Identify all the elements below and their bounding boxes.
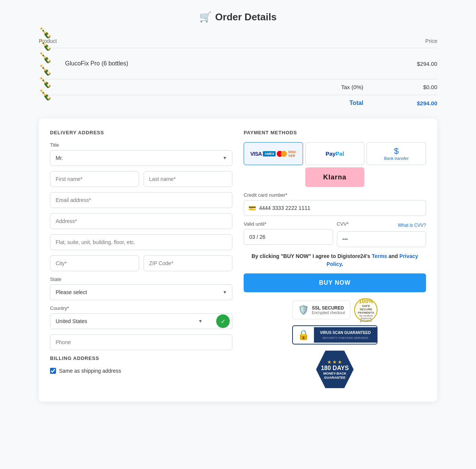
cvv-label: CVV* <box>337 221 349 227</box>
product-thumbnail: 🍾🍾🍾🍾🍾🍾 <box>39 54 60 73</box>
cart-icon: 🛒 <box>199 11 211 23</box>
guarantee-line2: MONEY-BACK <box>323 372 347 376</box>
cc-number-input[interactable] <box>259 200 421 216</box>
ssl-shield-icon: 🛡️ <box>298 305 309 315</box>
expiry-cvv-row: Valid until* CVV* What is CVV? <box>244 221 426 247</box>
valid-until-label: Valid until* <box>244 221 333 227</box>
email-input[interactable] <box>50 192 232 208</box>
valid-until-input[interactable] <box>244 229 333 245</box>
same-as-shipping-checkbox[interactable] <box>50 368 56 374</box>
product-name: GlucoFix Pro (6 bottles) <box>65 60 128 67</box>
product-price: $294.00 <box>363 48 437 79</box>
mc-orange-circle <box>281 151 287 157</box>
last-name-input[interactable] <box>144 171 233 187</box>
payment-methods-grid: VISA AMEX DISCVER PayPal <box>244 142 426 187</box>
tax-value: $0.00 <box>363 79 437 95</box>
cc-card-icon: 💳 <box>249 205 256 212</box>
same-as-shipping-label: Same as shipping address <box>59 368 121 374</box>
cc-number-label: Credit card number* <box>244 192 426 198</box>
trust-row-1: 🛡️ SSL SECURED Encrypted checkout 100% S… <box>292 298 378 322</box>
secure-safe: SAFE <box>362 304 370 308</box>
cvv-input[interactable] <box>337 231 426 247</box>
guarantee-days: 180 DAYS <box>321 365 349 372</box>
total-row: Total $294.00 <box>39 95 437 111</box>
mastercard-logo <box>277 151 287 157</box>
cvv-label-row: CVV* What is CVV? <box>337 221 426 229</box>
cc-number-group: Credit card number* 💳 <box>244 192 426 216</box>
page-title: 🛒 Order Details <box>39 11 437 23</box>
secure-title: SECURE PAYMENTS <box>355 308 377 314</box>
page-wrapper: 🛒 Order Details Product Price 🍾🍾🍾🍾🍾🍾 Glu… <box>31 0 445 413</box>
buy-now-button[interactable]: BUY NOW <box>244 273 426 292</box>
guarantee-badge: ★★★ 180 DAYS MONEY-BACK GUARANTEE <box>316 351 354 388</box>
name-row <box>50 171 232 187</box>
title-select[interactable]: Mr. Mrs. Ms. Dr. <box>50 150 232 166</box>
consent-text: By clicking "BUY NOW" I agree to Digisto… <box>244 252 426 268</box>
state-select[interactable]: Please select Alabama Alaska Arizona Cal… <box>50 284 232 300</box>
ssl-title: SSL SECURED <box>312 305 345 311</box>
virus-lock-icon: 🔒 <box>297 329 309 341</box>
country-group: Country* United States Canada United Kin… <box>50 305 232 329</box>
country-label: Country* <box>50 305 232 311</box>
tax-row: Tax (0%) $0.00 <box>39 79 437 95</box>
virus-title: VIRUS SCAN GUARANTEED <box>320 330 371 335</box>
title-select-wrapper: Mr. Mrs. Ms. Dr. ▼ <box>50 150 232 166</box>
billing-section-title: BILLING ADDRESS <box>50 355 232 361</box>
payment-method-cards[interactable]: VISA AMEX DISCVER <box>244 142 303 165</box>
billing-section: BILLING ADDRESS Same as shipping address <box>50 355 232 374</box>
secure-pct: 100% <box>359 298 373 304</box>
discover-logo: DISCVER <box>288 150 296 158</box>
ssl-badge: 🛡️ SSL SECURED Encrypted checkout <box>292 301 351 319</box>
what-is-cvv-link[interactable]: What is CVV? <box>398 223 426 228</box>
paypal-logo: PayPal <box>326 150 344 157</box>
email-group <box>50 192 232 208</box>
title-label: Title <box>50 142 232 148</box>
secure-subtitle: by verified payment providers <box>355 314 377 322</box>
virus-subtitle: SECURITY CHECKED SERVERS <box>320 336 371 340</box>
city-input[interactable] <box>50 255 139 271</box>
title-group: Title Mr. Mrs. Ms. Dr. ▼ <box>50 142 232 166</box>
country-select-wrapper: United States Canada United Kingdom Aust… <box>50 313 232 329</box>
state-group: State Please select Alabama Alaska Arizo… <box>50 276 232 300</box>
visa-logo: VISA <box>250 151 262 157</box>
cc-input-wrapper: 💳 <box>244 200 426 216</box>
same-as-shipping-row: Same as shipping address <box>50 368 232 374</box>
virus-right: VIRUS SCAN GUARANTEED SECURITY CHECKED S… <box>314 327 377 343</box>
trust-badges: 🛡️ SSL SECURED Encrypted checkout 100% S… <box>244 298 426 390</box>
payment-column: PAYMENT METHODS VISA AMEX DISCVER <box>244 130 426 390</box>
payment-section-title: PAYMENT METHODS <box>244 130 426 135</box>
ssl-text: SSL SECURED Encrypted checkout <box>312 305 345 315</box>
amex-logo: AMEX <box>263 151 276 156</box>
country-verified-icon: ✓ <box>216 314 230 328</box>
delivery-column: DELIVERY ADDRESS Title Mr. Mrs. Ms. Dr. … <box>50 130 232 390</box>
total-value: $294.00 <box>363 95 437 111</box>
virus-scan-badge: 🔒 VIRUS SCAN GUARANTEED SECURITY CHECKED… <box>292 325 377 345</box>
payment-method-klarna[interactable]: Klarna <box>305 167 365 187</box>
payment-method-bank[interactable]: $ Bank transfer <box>367 142 426 165</box>
col-product-header: Product <box>39 34 363 48</box>
virus-left: 🔒 <box>293 326 314 344</box>
zip-input[interactable] <box>144 255 233 271</box>
phone-input[interactable] <box>50 334 232 350</box>
order-table: Product Price 🍾🍾🍾🍾🍾🍾 GlucoFix Pro (6 bot… <box>39 34 437 111</box>
guarantee-stars: ★★★ <box>327 359 343 365</box>
cards-logos: VISA AMEX DISCVER <box>250 150 296 158</box>
guarantee-line3: GUARANTEE <box>324 376 346 379</box>
product-image: 🍾🍾🍾🍾🍾🍾 <box>39 26 60 101</box>
payment-method-paypal[interactable]: PayPal <box>305 142 365 165</box>
form-section: DELIVERY ADDRESS Title Mr. Mrs. Ms. Dr. … <box>39 118 437 402</box>
first-name-input[interactable] <box>50 171 139 187</box>
cvv-group: CVV* What is CVV? <box>337 221 426 247</box>
terms-link[interactable]: Terms <box>372 253 387 259</box>
bank-dollar-icon: $ <box>384 146 408 156</box>
country-select[interactable]: United States Canada United Kingdom Aust… <box>50 314 212 329</box>
address2-input[interactable] <box>50 234 232 250</box>
address2-group <box>50 234 232 250</box>
product-row: 🍾🍾🍾🍾🍾🍾 GlucoFix Pro (6 bottles) $294.00 <box>39 48 437 79</box>
address-group <box>50 213 232 229</box>
tax-label: Tax (0%) <box>39 79 363 95</box>
bank-transfer-content: $ Bank transfer <box>384 146 408 161</box>
col-price-header: Price <box>363 34 437 48</box>
address-input[interactable] <box>50 213 232 229</box>
expiry-group: Valid until* <box>244 221 333 245</box>
